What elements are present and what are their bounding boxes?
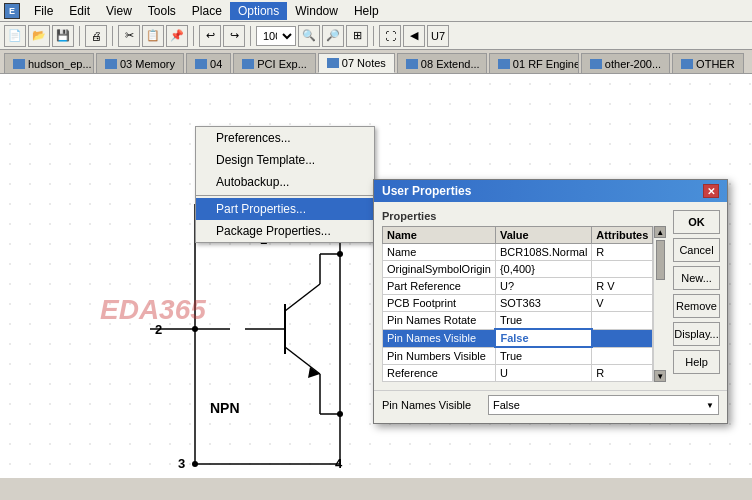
tab-08extend[interactable]: 08 Extend... — [397, 53, 487, 73]
app-icon-letter: E — [9, 6, 15, 16]
properties-table: Name Value Attributes Name BCR108S.Norma… — [382, 226, 653, 382]
new-button[interactable]: 📄 — [4, 25, 26, 47]
cut-button[interactable]: ✂ — [118, 25, 140, 47]
prop-value-6: True — [495, 347, 591, 365]
svg-point-19 — [337, 411, 343, 417]
prop-name-0: Name — [383, 244, 496, 261]
tab-label-04: 04 — [210, 58, 222, 70]
zoom-prev-button[interactable]: ◀ — [403, 25, 425, 47]
dialog-content: Properties Name Value Attributes — [382, 210, 667, 382]
tab-bar: hudson_ep... 03 Memory 04 PCI Exp... 07 … — [0, 50, 752, 74]
menu-preferences[interactable]: Preferences... — [196, 127, 374, 149]
undo-button[interactable]: ↩ — [199, 25, 221, 47]
tab-icon-other — [681, 59, 693, 69]
options-dropdown-menu: Preferences... Design Template... Autoba… — [195, 126, 375, 243]
menu-autobackup[interactable]: Autobackup... — [196, 171, 374, 193]
props-table-wrap: Name Value Attributes Name BCR108S.Norma… — [382, 226, 653, 382]
menu-file[interactable]: File — [26, 2, 61, 20]
zoom-out-button[interactable]: 🔎 — [322, 25, 344, 47]
menu-place[interactable]: Place — [184, 2, 230, 20]
main-canvas[interactable]: EDA365 2 3 4 1 NPN New , Preferences... … — [0, 74, 752, 478]
eda-watermark: EDA365 — [100, 294, 206, 326]
dialog-close-button[interactable]: ✕ — [703, 184, 719, 198]
menu-window[interactable]: Window — [287, 2, 346, 20]
scroll-down-button[interactable]: ▼ — [654, 370, 666, 382]
prop-value-3: SOT363 — [495, 295, 591, 312]
table-row-selected[interactable]: Pin Names Visible False — [383, 329, 653, 347]
toolbar-sep-5 — [373, 26, 374, 46]
table-row[interactable]: OriginalSymbolOrigin {0,400} — [383, 261, 653, 278]
zoom-in-button[interactable]: 🔍 — [298, 25, 320, 47]
toolbar-sep-2 — [112, 26, 113, 46]
menu-design-template[interactable]: Design Template... — [196, 149, 374, 171]
menubar: E File Edit View Tools Place Options Win… — [0, 0, 752, 22]
wire-label-4: 4 — [335, 456, 342, 471]
redo-button[interactable]: ↪ — [223, 25, 245, 47]
scroll-thumb[interactable] — [656, 240, 665, 280]
table-row[interactable]: PCB Footprint SOT363 V — [383, 295, 653, 312]
paste-button[interactable]: 📌 — [166, 25, 188, 47]
menu-tools[interactable]: Tools — [140, 2, 184, 20]
col-name: Name — [383, 227, 496, 244]
print-button[interactable]: 🖨 — [85, 25, 107, 47]
tab-hudson[interactable]: hudson_ep... — [4, 53, 94, 73]
prop-value-7: U — [495, 365, 591, 382]
table-row[interactable]: Reference U R — [383, 365, 653, 382]
prop-value-1: {0,400} — [495, 261, 591, 278]
open-button[interactable]: 📂 — [28, 25, 50, 47]
table-row[interactable]: Name BCR108S.Normal R — [383, 244, 653, 261]
dialog-title-bar: User Properties ✕ — [374, 180, 727, 202]
copy-button[interactable]: 📋 — [142, 25, 164, 47]
tab-label-other: OTHER — [696, 58, 735, 70]
tab-memory[interactable]: 03 Memory — [96, 53, 184, 73]
prop-name-6: Pin Numbers Visible — [383, 347, 496, 365]
table-row[interactable]: Part Reference U? R V — [383, 278, 653, 295]
prop-name-7: Reference — [383, 365, 496, 382]
zoom-fit-button[interactable]: ⊞ — [346, 25, 368, 47]
tab-icon-04 — [195, 59, 207, 69]
remove-button[interactable]: Remove — [673, 294, 719, 318]
menu-options[interactable]: Options — [230, 2, 287, 20]
cancel-button[interactable]: Cancel — [673, 238, 719, 262]
prop-attr-2: R V — [592, 278, 653, 295]
new-button-dialog[interactable]: New... — [673, 266, 719, 290]
tab-04[interactable]: 04 — [186, 53, 231, 73]
tab-rfengine[interactable]: 01 RF Engine — [489, 53, 579, 73]
menu-help[interactable]: Help — [346, 2, 387, 20]
col-attributes: Attributes — [592, 227, 653, 244]
menu-package-properties[interactable]: Package Properties... — [196, 220, 374, 242]
tab-icon-hudson — [13, 59, 25, 69]
menu-view[interactable]: View — [98, 2, 140, 20]
zoom-area-button[interactable]: ⛶ — [379, 25, 401, 47]
svg-point-17 — [192, 461, 198, 467]
table-row[interactable]: Pin Numbers Visible True — [383, 347, 653, 365]
save-button[interactable]: 💾 — [52, 25, 74, 47]
menu-part-properties[interactable]: Part Properties... — [196, 198, 374, 220]
tab-icon-rfengine — [498, 59, 510, 69]
tab-label-memory: 03 Memory — [120, 58, 175, 70]
chevron-down-icon: ▼ — [706, 401, 714, 410]
prop-attr-4 — [592, 312, 653, 330]
tab-pci[interactable]: PCI Exp... — [233, 53, 316, 73]
tab-07notes[interactable]: 07 Notes — [318, 53, 395, 73]
prop-attr-0: R — [592, 244, 653, 261]
view-button[interactable]: U7 — [427, 25, 449, 47]
props-scrollbar[interactable]: ▲ ▼ — [653, 226, 667, 382]
scroll-up-button[interactable]: ▲ — [654, 226, 666, 238]
tab-label-rfengine: 01 RF Engine — [513, 58, 579, 70]
zoom-select[interactable]: 100 75 150 — [256, 26, 296, 46]
tab-other[interactable]: OTHER — [672, 53, 744, 73]
menu-edit[interactable]: Edit — [61, 2, 98, 20]
display-button[interactable]: Display... — [673, 322, 719, 346]
tab-other200[interactable]: other-200... — [581, 53, 670, 73]
tab-label-other200: other-200... — [605, 58, 661, 70]
ok-button[interactable]: OK — [673, 210, 719, 234]
help-button[interactable]: Help — [673, 350, 719, 374]
dialog-buttons: OK Cancel New... Remove Display... Help — [673, 210, 719, 382]
table-row[interactable]: Pin Names Rotate True — [383, 312, 653, 330]
bottom-value-dropdown[interactable]: False ▼ — [488, 395, 719, 415]
toolbar: 📄 📂 💾 🖨 ✂ 📋 📌 ↩ ↪ 100 75 150 🔍 🔎 ⊞ ⛶ ◀ U… — [0, 22, 752, 50]
svg-point-16 — [192, 326, 198, 332]
prop-value-0: BCR108S.Normal — [495, 244, 591, 261]
tab-icon-08extend — [406, 59, 418, 69]
